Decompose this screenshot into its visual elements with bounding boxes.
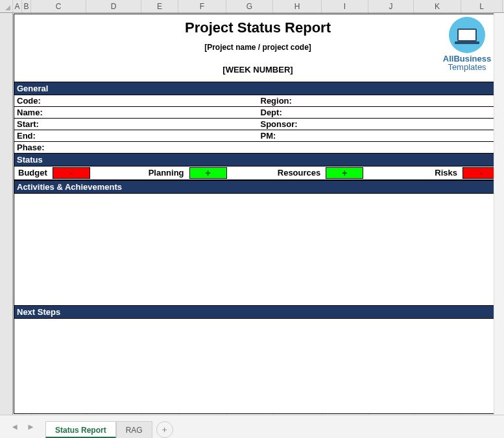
general-fields: Code:Name:Start:End:Phase:Region:Dept:Sp…: [14, 95, 501, 153]
status-label-risks: Risks: [409, 167, 461, 179]
column-header-E[interactable]: E: [141, 0, 178, 12]
general-field-label: Phase:: [14, 142, 258, 153]
column-header-J[interactable]: J: [368, 0, 414, 12]
column-header-F[interactable]: F: [178, 0, 226, 12]
report-subtitle: [Project name / project code]: [14, 36, 501, 52]
status-indicators: Budget-Planning+Resources+Risks-: [14, 167, 501, 180]
general-field-label: End:: [14, 130, 258, 142]
vertical-scrollbar[interactable]: [494, 13, 504, 415]
sheet-tab-strip: ◄ ► Status ReportRAG +: [0, 415, 504, 438]
status-label-budget: Budget: [14, 167, 51, 179]
next-steps-area[interactable]: [14, 319, 501, 413]
status-label-planning: Planning: [136, 167, 188, 179]
column-header-K[interactable]: K: [414, 0, 461, 12]
column-header-G[interactable]: G: [226, 0, 273, 12]
general-field-label: Dept:: [258, 107, 502, 119]
general-field-label: Sponsor:: [258, 119, 502, 130]
column-header-H[interactable]: H: [273, 0, 322, 12]
brand-logo: AllBusiness Templates: [438, 17, 496, 72]
sheet-tab-rag[interactable]: RAG: [116, 421, 152, 438]
report-document: Project Status Report [Project name / pr…: [14, 14, 502, 414]
general-field-label: Code:: [14, 95, 258, 107]
tab-next-icon[interactable]: ►: [27, 422, 35, 432]
report-title: Project Status Report: [14, 14, 501, 36]
general-field-label: PM:: [258, 130, 502, 142]
status-label-resources: Resources: [272, 167, 324, 179]
column-headers[interactable]: ABCDEFGHIJKL: [13, 0, 504, 13]
status-indicator-planning: +: [189, 167, 227, 179]
tab-nav[interactable]: ◄ ►: [0, 415, 45, 438]
general-field-label: Name:: [14, 107, 258, 119]
row-headers[interactable]: [0, 13, 13, 415]
tab-prev-icon[interactable]: ◄: [10, 422, 19, 432]
section-header-general: General: [14, 82, 501, 95]
add-sheet-button[interactable]: +: [156, 421, 173, 438]
general-field-label: Start:: [14, 119, 258, 130]
column-header-I[interactable]: I: [322, 0, 368, 12]
column-header-L[interactable]: L: [461, 0, 503, 12]
column-header-A[interactable]: A: [13, 0, 22, 12]
activities-area[interactable]: [14, 194, 501, 305]
status-indicator-resources: +: [326, 167, 363, 179]
column-header-C[interactable]: C: [31, 0, 86, 12]
general-field-label: Region:: [258, 95, 502, 107]
sheet-tab-status-report[interactable]: Status Report: [45, 421, 116, 438]
section-header-status: Status: [14, 153, 501, 167]
section-header-next-steps: Next Steps: [14, 305, 501, 319]
column-header-B[interactable]: B: [22, 0, 31, 12]
status-indicator-budget: -: [53, 167, 90, 179]
spreadsheet-grid[interactable]: Project Status Report [Project name / pr…: [13, 13, 504, 415]
column-header-D[interactable]: D: [86, 0, 141, 12]
select-all-corner[interactable]: [0, 0, 13, 13]
laptop-icon: [449, 17, 485, 53]
report-week: [WEEK NUMBER]: [14, 52, 501, 78]
section-header-activities: Activities & Achievements: [14, 180, 501, 194]
